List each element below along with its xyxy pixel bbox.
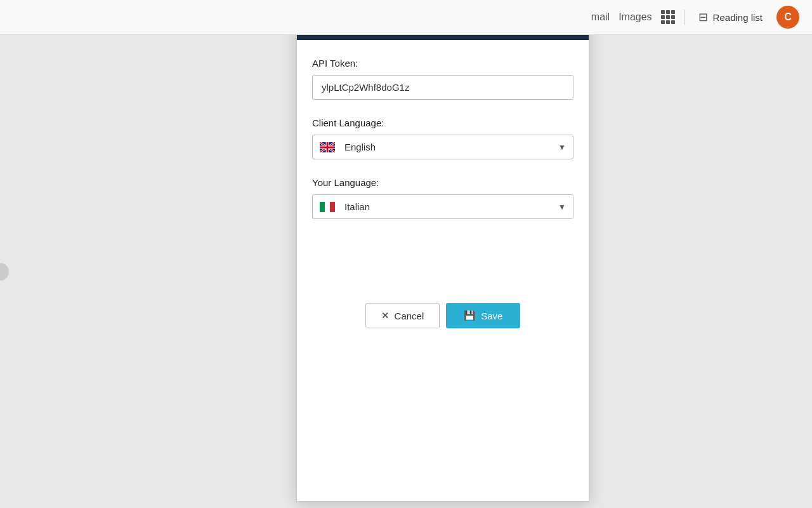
grid-dot [666,20,670,24]
your-language-select-wrapper: English Italian French German Spanish ▼ [312,194,573,219]
client-language-select-wrapper: English Italian French German Spanish ▼ [312,135,573,159]
grid-dot [661,10,665,14]
grid-dot [671,10,675,14]
svg-rect-2 [325,202,330,212]
your-language-group: Your Language: English Italian French Ge… [312,177,573,219]
your-language-select[interactable]: English Italian French German Spanish [312,194,573,219]
it-flag-icon [320,202,335,212]
save-button[interactable]: 💾 Save [446,303,520,328]
cancel-button[interactable]: ✕ Cancel [365,303,440,328]
api-token-input[interactable] [312,75,573,100]
api-token-group: API Token: [312,58,573,100]
toolbar-divider [684,10,684,25]
save-label: Save [481,311,502,321]
your-language-label: Your Language: [312,177,573,188]
side-circle [0,263,9,281]
grid-dot [661,20,665,24]
client-language-select[interactable]: English Italian French German Spanish [312,135,573,159]
grid-dot [666,15,670,19]
cancel-x-icon: ✕ [381,310,390,321]
kantan-stream-dialog: KantanStream API Token: Client Language: [296,0,589,502]
nav-mail[interactable]: mail [591,11,610,23]
uk-flag-icon [320,142,335,152]
grid-dot [666,10,670,14]
grid-dot [661,15,665,19]
api-token-label: API Token: [312,58,573,69]
client-language-group: Client Language: English Italian French … [312,117,573,159]
avatar-letter: C [784,11,792,23]
reading-list-icon: ⊟ [698,10,708,24]
svg-rect-3 [330,202,335,212]
cancel-label: Cancel [395,311,424,321]
svg-rect-1 [320,202,325,212]
save-disk-icon: 💾 [464,310,476,321]
grid-dot [671,15,675,19]
grid-dot [671,20,675,24]
apps-grid-icon[interactable] [661,10,675,24]
user-avatar[interactable]: C [776,6,799,29]
dialog-body: API Token: Client Language: English Ital… [297,40,589,255]
nav-images[interactable]: Images [619,11,652,23]
reading-list-button[interactable]: ⊟ Reading list [693,8,768,27]
dialog-footer: ✕ Cancel 💾 Save [297,293,589,349]
browser-bar: mail Images ⊟ Reading list C [0,0,812,35]
client-language-label: Client Language: [312,117,573,128]
reading-list-label: Reading list [713,12,763,23]
